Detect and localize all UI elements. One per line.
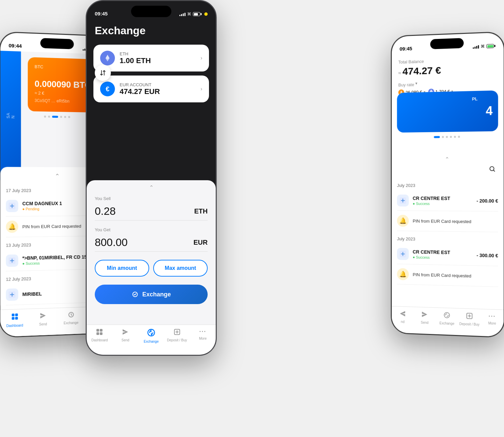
right-nav-more[interactable]: ··· More bbox=[481, 312, 504, 326]
btc-label: BTC bbox=[35, 64, 43, 69]
center-nav-deposit[interactable]: Deposit / Buy bbox=[164, 328, 190, 342]
eur-coin-icon: € bbox=[100, 82, 115, 96]
approx-sign: ≈ bbox=[398, 70, 401, 76]
search-button[interactable] bbox=[487, 163, 498, 175]
right-tx-amount-2: - 300.00 € bbox=[476, 253, 498, 258]
right-tx-icon-1 bbox=[397, 195, 409, 207]
center-nav-more-label: More bbox=[199, 337, 207, 340]
left-nav-send[interactable]: Send bbox=[29, 311, 57, 327]
center-nav-more[interactable]: ··· More bbox=[190, 328, 216, 340]
left-nav-send-label: Send bbox=[39, 322, 47, 326]
right-nav-send-icon bbox=[421, 310, 428, 320]
right-transactions: July 2023 CR CENTRE EST ● Success - 200.… bbox=[392, 158, 504, 287]
eur-amount: 474.27 EUR bbox=[120, 87, 160, 96]
eth-name: ETH bbox=[120, 51, 151, 56]
center-nav-dashboard-label: Dashboard bbox=[91, 338, 108, 342]
right-tx-name-1: CR CENTRE EST bbox=[413, 196, 476, 201]
left-nav-dashboard[interactable]: Dashboard bbox=[0, 312, 29, 328]
right-nav-deposit-label: Deposit / Buy bbox=[459, 322, 479, 326]
yellow-indicator bbox=[204, 12, 208, 16]
visa-label: SAN bbox=[6, 113, 16, 118]
svg-rect-5 bbox=[12, 317, 14, 320]
right-tx-amount-1: - 200.00 € bbox=[476, 198, 498, 203]
exchange-button[interactable]: Exchange bbox=[95, 285, 208, 304]
center-nav-send[interactable]: Send bbox=[113, 328, 138, 342]
right-top: Total Balance ≈ 474.27 € Buy rate ▾ ₿ 26… bbox=[392, 51, 504, 96]
notif-text-1: PIN from EUR Card requested bbox=[22, 224, 81, 229]
sell-label: You Sell bbox=[95, 196, 208, 201]
tx-status-2: ● Success bbox=[22, 260, 93, 265]
tx-icon-2 bbox=[6, 254, 18, 267]
center-nav-exchange-icon bbox=[147, 328, 156, 338]
right-nav-nd[interactable]: nd bbox=[392, 310, 414, 324]
right-card-dots bbox=[397, 135, 498, 139]
swap-button-wrapper bbox=[95, 65, 111, 81]
get-currency: EUR bbox=[194, 239, 208, 246]
dynamic-island-left bbox=[40, 38, 74, 49]
sell-input-row[interactable]: 0.28 ETH bbox=[95, 202, 208, 221]
right-nav-deposit[interactable]: Deposit / Buy bbox=[458, 312, 480, 327]
left-nav-send-icon bbox=[39, 312, 47, 321]
svg-rect-3 bbox=[12, 313, 14, 316]
tx-icon-1 bbox=[6, 200, 18, 212]
right-nav-exchange[interactable]: Exchange bbox=[436, 311, 458, 326]
left-nav-exchange-icon bbox=[68, 311, 75, 320]
right-bell-icon-1: 🔔 bbox=[397, 215, 409, 227]
right-nav-more-icon: ··· bbox=[489, 313, 496, 320]
tx-status-1: ● Pending bbox=[22, 206, 93, 211]
exchange-title: Exchange bbox=[95, 25, 208, 37]
svg-rect-10 bbox=[96, 332, 99, 335]
swap-button[interactable] bbox=[95, 65, 111, 81]
svg-rect-4 bbox=[15, 313, 18, 316]
center-signal bbox=[179, 12, 185, 16]
right-notif-text-2: PIN from EUR Card requested bbox=[413, 272, 471, 278]
right-nav-send[interactable]: Send bbox=[414, 310, 436, 325]
right-nav-exchange-label: Exchange bbox=[439, 321, 454, 326]
right-nav-nd-icon bbox=[399, 310, 406, 319]
right-tx-status-1: ● Success bbox=[413, 202, 476, 206]
center-nav-send-icon bbox=[122, 328, 129, 337]
center-nav-dashboard-icon bbox=[96, 328, 103, 337]
center-nav-exchange[interactable]: Exchange bbox=[138, 328, 164, 343]
right-tx-status-2: ● Success bbox=[413, 255, 476, 260]
exchange-btn-label: Exchange bbox=[142, 291, 171, 298]
right-balance-amount: 474.27 € bbox=[403, 65, 441, 77]
get-input-row[interactable]: 800.00 EUR bbox=[95, 234, 208, 252]
exchange-header: Exchange bbox=[87, 19, 216, 37]
right-blue-card: PL 4 bbox=[397, 90, 498, 133]
svg-rect-11 bbox=[100, 332, 102, 335]
right-status-time: 09:45 bbox=[400, 46, 412, 52]
buy-rate-chevron: ▾ bbox=[416, 81, 418, 86]
center-nav-send-label: Send bbox=[122, 338, 129, 342]
right-nav-more-label: More bbox=[488, 321, 496, 325]
right-nav-send-label: Send bbox=[421, 321, 428, 325]
bell-icon-1: 🔔 bbox=[6, 221, 18, 233]
right-nav-nd-label: nd bbox=[401, 320, 405, 324]
right-bottom-nav: nd Send Exchange bbox=[392, 306, 504, 337]
right-screen: 09:45 ⌘ Total Balance bbox=[392, 32, 504, 337]
center-nav-dashboard[interactable]: Dashboard bbox=[87, 328, 113, 342]
right-notification-2: 🔔 PIN from EUR Card requested bbox=[397, 264, 498, 287]
max-amount-button[interactable]: Max amount bbox=[153, 260, 208, 277]
center-phone: 09:45 ⌘ Exchange bbox=[86, 0, 217, 356]
sell-value: 0.28 bbox=[95, 205, 116, 217]
search-row bbox=[397, 158, 498, 178]
svg-rect-6 bbox=[15, 317, 18, 320]
right-battery bbox=[487, 44, 495, 48]
right-nav-exchange-icon bbox=[443, 311, 451, 321]
right-bell-icon-2: 🔔 bbox=[397, 268, 409, 280]
eth-coin-icon bbox=[100, 51, 115, 65]
right-card-label: PL bbox=[472, 96, 478, 101]
center-nav-more-icon: ··· bbox=[199, 328, 206, 335]
min-amount-button[interactable]: Min amount bbox=[95, 260, 149, 277]
left-nav-exchange-label: Exchange bbox=[64, 321, 78, 325]
center-nav-exchange-label: Exchange bbox=[144, 340, 159, 343]
get-label: You Get bbox=[95, 227, 208, 232]
center-screen: 09:45 ⌘ Exchange bbox=[87, 1, 216, 355]
center-nav-deposit-label: Deposit / Buy bbox=[167, 338, 187, 342]
tx-icon-3 bbox=[6, 288, 18, 301]
center-status-icons: ⌘ bbox=[179, 12, 208, 16]
visa-card-peek: SAN bbox=[0, 51, 21, 180]
eth-amount: 1.00 ETH bbox=[120, 56, 151, 65]
left-nav-exchange[interactable]: Exchange bbox=[57, 310, 85, 325]
